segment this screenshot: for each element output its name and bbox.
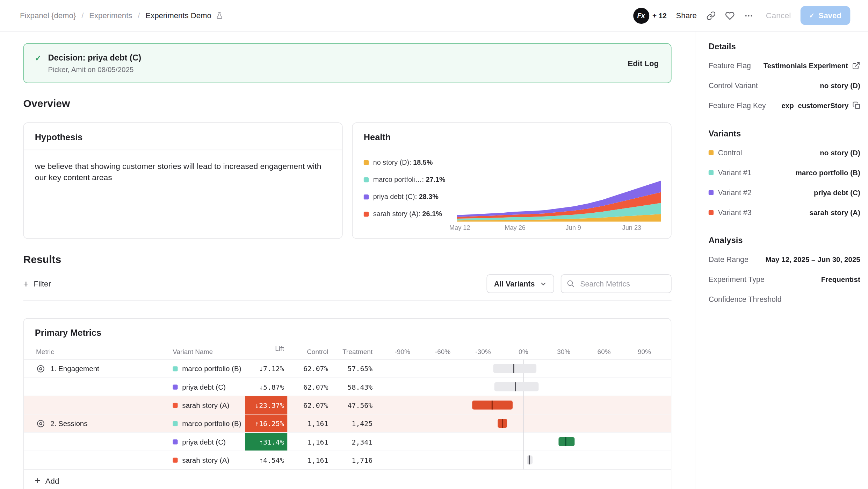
x-tick-label: May 12 [449, 225, 470, 231]
variant-name-cell: sarah story (A) [169, 401, 245, 409]
overview-heading: Overview [23, 98, 672, 110]
avatar[interactable]: Fx [633, 7, 649, 23]
confidence-interval-bar [494, 382, 539, 391]
legend-swatch [364, 211, 369, 216]
treatment-value: 57.65% [332, 364, 376, 373]
confidence-interval-cell [376, 433, 671, 451]
hypothesis-title: Hypothesis [24, 123, 342, 150]
treatment-value: 58.43% [332, 383, 376, 391]
copy-link-icon[interactable] [706, 11, 716, 20]
lift-value: ↑16.25% [245, 414, 287, 432]
add-filter-button[interactable]: + Filter [23, 279, 51, 289]
external-link-icon[interactable] [852, 61, 860, 70]
health-legend-item[interactable]: no story (D): 18.5% [364, 158, 457, 166]
edit-log-button[interactable]: Edit Log [628, 59, 659, 68]
search-metrics-input[interactable] [561, 274, 672, 293]
column-lift: Lift [245, 345, 287, 359]
copy-icon[interactable] [853, 101, 860, 109]
decision-check-icon: ✓ [35, 54, 42, 63]
metric-row[interactable]: priya debt (C)↑31.4%1,1612,341 [24, 433, 671, 451]
breadcrumb-item-workspace[interactable]: Fixpanel {demo} [20, 11, 76, 20]
x-tick-label: Jun 9 [565, 225, 581, 231]
analysis-label: Experiment Type [709, 275, 765, 284]
confidence-interval-bar [558, 437, 574, 446]
details-heading: Details [709, 42, 860, 51]
health-legend-item[interactable]: priya debt (C): 28.3% [364, 193, 457, 200]
flask-icon [215, 11, 224, 20]
health-legend-item[interactable]: sarah story (A): 26.1% [364, 210, 457, 218]
metric-row[interactable]: sarah story (A)↑4.54%1,1611,716 [24, 451, 671, 469]
check-icon: ✓ [809, 12, 815, 19]
control-value: 1,161 [287, 456, 332, 464]
legend-swatch [364, 160, 369, 165]
detail-label: Control Variant [709, 81, 758, 90]
control-value: 62.07% [287, 364, 332, 373]
variant-label: Variant #1 [709, 168, 752, 177]
metric-name-cell: 1. Engagement [24, 364, 169, 373]
axis-header: -90%-60%-30%0%30%60%90% [376, 345, 671, 359]
variant-value: marco portfolio (B) [795, 168, 860, 177]
metric-row[interactable]: 1. Engagementmarco portfolio (B)↓7.12%62… [24, 360, 671, 378]
detail-label: Feature Flag Key [709, 101, 766, 109]
analysis-row: Date RangeMay 12, 2025 – Jun 30, 2025 [709, 254, 860, 265]
health-card: Health no story (D): 18.5%marco portfoli… [352, 122, 672, 239]
health-title: Health [353, 123, 671, 150]
cancel-button[interactable]: Cancel [766, 11, 791, 20]
detail-row: Feature FlagTestimonials Experiment [709, 60, 860, 71]
axis-tick-label: -90% [395, 348, 410, 356]
analysis-label: Date Range [709, 255, 748, 264]
variant-row: Variant #2priya debt (C) [709, 187, 860, 198]
health-x-labels: May 12May 26Jun 9Jun 23 [457, 225, 661, 233]
variant-name-cell: marco portfolio (B) [169, 364, 245, 373]
point-estimate-tick [515, 382, 516, 391]
results-heading: Results [23, 254, 672, 266]
detail-value: exp_customerStory [781, 101, 860, 109]
variant-swatch [173, 421, 178, 426]
metric-row[interactable]: priya debt (C)↓5.87%62.07%58.43% [24, 378, 671, 396]
point-estimate-tick [565, 437, 566, 446]
variant-value: priya debt (C) [814, 188, 860, 197]
variant-swatch [709, 170, 714, 175]
detail-row: Feature Flag Keyexp_customerStory [709, 100, 860, 111]
analysis-value: May 12, 2025 – Jun 30, 2025 [765, 255, 860, 264]
column-metric: Metric [24, 348, 169, 356]
breadcrumb-item-current[interactable]: Experiments Demo [145, 11, 223, 20]
plus-icon: + [23, 279, 29, 289]
legend-label: no story (D): 18.5% [373, 158, 433, 166]
control-value: 1,161 [287, 419, 332, 427]
topbar: Fixpanel {demo} / Experiments / Experime… [0, 0, 868, 31]
metric-row[interactable]: 2. Sessionsmarco portfolio (B)↑16.25%1,1… [24, 414, 671, 433]
decision-subtitle: Picker, Amit on 08/05/2025 [48, 65, 141, 74]
point-estimate-tick [502, 419, 503, 428]
analysis-heading: Analysis [709, 235, 860, 245]
breadcrumb-separator: / [81, 11, 84, 20]
confidence-interval-cell [376, 414, 671, 432]
share-button[interactable]: Share [676, 11, 697, 20]
chevron-down-icon [540, 280, 547, 288]
analysis-row: Confidence Threshold [709, 294, 860, 305]
add-metric-button[interactable]: + Add [24, 469, 671, 489]
breadcrumb: Fixpanel {demo} / Experiments / Experime… [20, 11, 224, 20]
variants-dropdown[interactable]: All Variants [487, 274, 554, 293]
analysis-label: Confidence Threshold [709, 295, 782, 304]
saved-button[interactable]: ✓ Saved [800, 6, 850, 25]
breadcrumb-item-experiments[interactable]: Experiments [89, 11, 132, 20]
treatment-value: 2,341 [332, 438, 376, 446]
metric-name: 2. Sessions [50, 419, 87, 427]
variant-name-cell: sarah story (A) [169, 456, 245, 464]
health-legend-item[interactable]: marco portfoli…: 27.1% [364, 176, 457, 183]
confidence-interval-cell [376, 360, 671, 377]
treatment-value: 1,425 [332, 419, 376, 427]
health-chart [457, 178, 661, 222]
x-tick-label: May 26 [505, 225, 526, 231]
experiment-title: Experiments Demo [145, 11, 211, 20]
metric-row[interactable]: sarah story (A)↓23.37%62.07%47.56% [24, 396, 671, 414]
favorite-icon[interactable] [725, 11, 735, 20]
more-options-icon[interactable] [744, 11, 753, 20]
analysis-value: Frequentist [821, 275, 860, 284]
variant-swatch [173, 366, 178, 371]
variant-name: marco portfolio (B) [182, 364, 241, 373]
variant-value: sarah story (A) [809, 208, 860, 217]
collaborators[interactable]: Fx + 12 [633, 7, 667, 23]
legend-swatch [364, 177, 369, 182]
